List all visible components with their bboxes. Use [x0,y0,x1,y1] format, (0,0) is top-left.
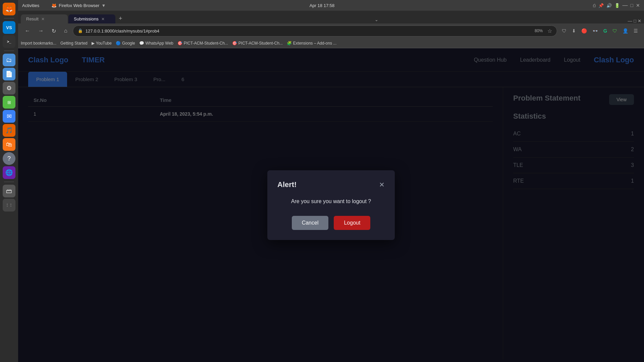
zoom-badge: 80% [533,28,545,34]
security-button[interactable]: 🛡 [610,27,619,35]
menu-button[interactable]: ☰ [632,27,640,35]
tab-submissions-label: Submissions [74,16,99,21]
modal-title: Alert! [277,180,297,189]
address-bar[interactable]: 🔒 127.0.0.1:8000/clash/mysubs/1#prob4 80… [73,25,557,37]
url-display: 127.0.0.1:8000/clash/mysubs/1#prob4 [86,28,159,34]
bookmarks-bar: Import bookmarks... Getting Started ▶ Yo… [18,38,644,48]
tab-result-label: Result [26,16,39,21]
tab-submissions-close[interactable]: ✕ [101,17,105,21]
lock-icon: 🔒 [78,28,83,33]
add-tab-button[interactable]: + [116,14,125,23]
grammarly-button[interactable]: G [601,27,609,35]
app-help[interactable]: ? [3,152,15,165]
browser-chrome: Activities 🦊 Firefox Web Browser ▼ Apr 1… [18,0,644,362]
app-music[interactable]: 🎵 [3,124,15,137]
app-files[interactable]: 🗂 [3,54,15,66]
modal-header: Alert! ✕ [277,180,385,189]
modal-overlay: Alert! ✕ Are you sure you want to logout… [18,48,644,362]
app-files2[interactable]: 🗃 [3,185,15,197]
logout-confirm-button[interactable]: Logout [334,216,370,230]
nav-bar: ← → ↻ ⌂ 🔒 127.0.0.1:8000/clash/mysubs/1#… [18,23,644,38]
screenshot-icon[interactable]: ⎙ [593,3,596,8]
page-content: Clash Logo TIMER Question Hub Leaderboar… [18,48,644,362]
bookmark-extensions[interactable]: 🧩 Extensions – Add-ons ... [287,41,336,46]
app-vscode[interactable]: VS [3,21,15,34]
pin-icon[interactable]: 📌 [598,3,604,8]
app-doc[interactable]: 📄 [3,68,15,80]
profile-button[interactable]: 👤 [621,27,630,35]
maximize-button[interactable]: □ [631,3,633,8]
bookmark-pict2[interactable]: 🎯 PICT-ACM-Student-Ch... [232,41,283,46]
tab-result-close[interactable]: ✕ [41,17,45,21]
tab-bar: Result ✕ Submissions ✕ + ⌄ — □ ✕ [18,11,644,23]
activities-label[interactable]: Activities [22,3,39,8]
restore-button[interactable]: — [628,18,632,23]
bookmark-getting-started[interactable]: Getting Started [60,41,88,46]
close-button[interactable]: ✕ [636,3,640,8]
download-button[interactable]: ⬇ [570,27,578,35]
tab-submissions[interactable]: Submissions ✕ [68,14,115,23]
battery-icon: 🔋 [614,3,620,8]
refresh-button[interactable]: ↻ [49,26,59,36]
app-store[interactable]: 🛍 [3,138,15,151]
cancel-button[interactable]: Cancel [292,216,329,230]
app-grid[interactable]: ⋮⋮ [3,199,15,212]
app-terminal[interactable]: >_ [3,35,15,48]
browser-name-label: Firefox Web Browser [59,3,99,8]
modal-footer: Cancel Logout [277,216,385,230]
clock: Apr 18 17:58 [310,3,334,8]
bookmark-youtube[interactable]: ▶ YouTube [92,41,112,46]
app-email[interactable]: ✉ [3,110,15,123]
bookmark-star-button[interactable]: ☆ [547,28,552,34]
bookmark-import[interactable]: Import bookmarks... [21,41,56,46]
reader-button[interactable]: 👓 [590,27,600,35]
window-restore-button[interactable]: □ [634,18,636,23]
app-network[interactable]: 🌐 [3,166,15,179]
tab-result[interactable]: Result ✕ [21,14,68,23]
adblock-button[interactable]: 🔴 [579,27,589,35]
pocket-button[interactable]: 🛡 [560,27,569,35]
minimize-button[interactable]: — [623,2,628,8]
nav-right-icons: 🛡 ⬇ 🔴 👓 G 🛡 👤 ☰ [560,27,640,35]
linux-sidebar: 🦊 VS >_ 🗂 📄 ⚙ ⊞ ✉ 🎵 🛍 ? 🌐 🗃 ⋮⋮ [0,0,18,362]
window-close-button[interactable]: ✕ [638,18,641,23]
modal-body: Are you sure you want to logout ? [277,197,385,206]
title-bar-right: ⎙ 📌 🔊 🔋 — □ ✕ [593,2,640,8]
modal-close-button[interactable]: ✕ [379,181,385,189]
tab-overflow-button[interactable]: ⌄ [372,16,381,23]
bookmark-whatsapp[interactable]: 💬 WhatsApp Web [139,41,173,46]
sound-icon[interactable]: 🔊 [606,3,612,8]
back-button[interactable]: ← [22,26,33,35]
home-button[interactable]: ⌂ [61,26,70,35]
app-firefox[interactable]: 🦊 [3,3,15,15]
bookmark-google[interactable]: 🔵 Google [116,41,135,46]
app-settings[interactable]: ⚙ [3,82,15,95]
app-screen-capture[interactable]: ⊞ [3,96,15,109]
bookmark-pict1[interactable]: 🎯 PICT-ACM-Student-Ch... [177,41,228,46]
title-bar: Activities 🦊 Firefox Web Browser ▼ Apr 1… [18,0,644,11]
alert-modal: Alert! ✕ Are you sure you want to logout… [267,170,395,240]
forward-button[interactable]: → [36,26,46,35]
